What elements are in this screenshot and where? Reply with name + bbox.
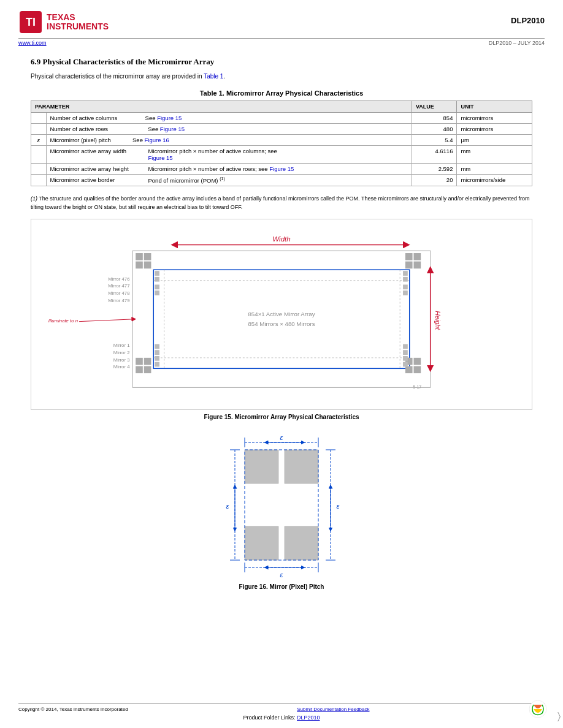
data-table: PARAMETER VALUE UNIT Number of active co… bbox=[31, 100, 532, 186]
figure15-container: Width Mirror 476 Mirror 477 Mirror 478 M… bbox=[31, 219, 532, 410]
svg-rect-30 bbox=[405, 366, 413, 374]
svg-text:ε: ε bbox=[337, 502, 340, 510]
svg-rect-32 bbox=[155, 271, 159, 276]
figure16-svg: ε ε ε ε bbox=[208, 431, 355, 578]
svg-rect-44 bbox=[403, 344, 408, 349]
svg-rect-36 bbox=[155, 344, 159, 349]
value-cell: 854 bbox=[412, 113, 457, 124]
svg-text:Mirror 2: Mirror 2 bbox=[113, 350, 130, 355]
svg-rect-23 bbox=[414, 262, 421, 269]
svg-rect-25 bbox=[144, 358, 151, 365]
unit-cell: micromirrors bbox=[457, 124, 532, 135]
desc-width: Micromirror pitch × number of active col… bbox=[148, 148, 277, 154]
param-height-label: Micromirror active array height bbox=[50, 165, 129, 172]
svg-rect-38 bbox=[155, 356, 159, 361]
footer-bottom: Product Folder Links: DLP2010 bbox=[18, 715, 545, 724]
table-row: Micromirror active array height Micromir… bbox=[31, 164, 532, 175]
figure16-title: Figure 16. Mirror (Pixel) Pitch bbox=[31, 583, 532, 590]
desc-border: Pond of micromirror (POM) bbox=[148, 177, 218, 184]
svg-text:854 Mirrors × 480 Mirrors: 854 Mirrors × 480 Mirrors bbox=[248, 321, 315, 328]
col-header-parameter: PARAMETER bbox=[31, 101, 412, 113]
svg-rect-20 bbox=[405, 253, 413, 260]
unit-cell: μm bbox=[457, 135, 532, 146]
svg-text:ε: ε bbox=[280, 571, 283, 578]
svg-rect-37 bbox=[155, 350, 159, 355]
svg-text:854×1 Active Mirror Array: 854×1 Active Mirror Array bbox=[248, 311, 315, 317]
svg-text:Mirror 4: Mirror 4 bbox=[113, 364, 130, 370]
svg-rect-35 bbox=[155, 290, 159, 295]
svg-rect-31 bbox=[414, 366, 421, 374]
svg-rect-42 bbox=[403, 285, 408, 290]
svg-text:Height: Height bbox=[434, 311, 442, 330]
sub-header: www.ti.com DLP2010 – JULY 2014 bbox=[0, 39, 563, 47]
unit-cell: mm bbox=[457, 164, 532, 175]
figure15-link-r2[interactable]: Figure 15 bbox=[160, 126, 185, 132]
svg-rect-39 bbox=[155, 362, 159, 367]
svg-rect-16 bbox=[136, 253, 143, 260]
svg-text:ε: ε bbox=[226, 502, 229, 510]
desc-prefix3: See bbox=[132, 137, 143, 143]
section-title: 6.9 Physical Characteristics of the Micr… bbox=[31, 57, 532, 67]
value-cell: 4.6116 bbox=[412, 146, 457, 164]
param-col-label: Number of active columns bbox=[50, 115, 118, 121]
yotanet-logo-icon bbox=[529, 700, 547, 718]
ti-logo: TI DLP2010 TEXAS INSTRUMENTS bbox=[18, 10, 109, 34]
table-row: ε Micromirror (pixel) pitch See Figure 1… bbox=[31, 135, 532, 146]
svg-text:Mirror 478: Mirror 478 bbox=[108, 290, 129, 296]
svg-text:5-17: 5-17 bbox=[413, 385, 422, 389]
figure16-container: ε ε ε ε bbox=[31, 431, 532, 580]
figure16-link-r3[interactable]: Figure 16 bbox=[145, 137, 169, 143]
svg-rect-26 bbox=[136, 366, 143, 374]
param-row-label: Number of active rows bbox=[50, 126, 109, 132]
svg-rect-27 bbox=[144, 366, 151, 374]
ti-company-name: DLP2010 TEXAS INSTRUMENTS bbox=[47, 13, 109, 32]
svg-rect-21 bbox=[414, 253, 421, 260]
svg-text:TI: TI bbox=[26, 16, 36, 28]
footer-divider bbox=[18, 703, 545, 703]
svg-rect-60 bbox=[285, 526, 318, 560]
product-link[interactable]: DLP2010 bbox=[297, 715, 320, 721]
page: TI DLP2010 TEXAS INSTRUMENTS DLP2010 www… bbox=[0, 0, 563, 728]
figure15-link-r1[interactable]: Figure 15 bbox=[157, 115, 182, 121]
yotanet-logo-area bbox=[529, 700, 547, 719]
svg-text:Illuminate to n: Illuminate to n bbox=[48, 318, 78, 324]
svg-rect-46 bbox=[403, 356, 408, 361]
doc-id: DLP2010 – JULY 2014 bbox=[489, 40, 545, 46]
param-pitch-label: Micromirror (pixel) pitch bbox=[50, 137, 111, 143]
value-cell: 5.4 bbox=[412, 135, 457, 146]
col-header-unit: UNIT bbox=[457, 101, 532, 113]
svg-text:Mirror 1: Mirror 1 bbox=[113, 343, 130, 349]
header: TI DLP2010 TEXAS INSTRUMENTS DLP2010 bbox=[0, 0, 563, 34]
svg-rect-29 bbox=[414, 358, 421, 365]
svg-rect-59 bbox=[245, 526, 278, 560]
svg-text:Mirror 476: Mirror 476 bbox=[108, 276, 129, 282]
footer: Copyright © 2014, Texas Instruments Inco… bbox=[0, 699, 563, 728]
unit-cell: micromirrors bbox=[457, 113, 532, 124]
svg-rect-57 bbox=[245, 450, 278, 483]
feedback-link[interactable]: Submit Documentation Feedback bbox=[297, 707, 369, 712]
svg-rect-34 bbox=[155, 285, 159, 290]
table-title: Table 1. Micromirror Array Physical Char… bbox=[31, 89, 532, 97]
svg-rect-45 bbox=[403, 350, 408, 355]
param-width-label: Micromirror active array width bbox=[50, 148, 127, 154]
svg-text:ε: ε bbox=[280, 434, 283, 441]
col-header-value: VALUE bbox=[412, 101, 457, 113]
desc-height: Micromirror pitch × number of active row… bbox=[148, 165, 268, 172]
table1-link[interactable]: Table 1 bbox=[204, 73, 223, 80]
svg-rect-33 bbox=[155, 277, 159, 282]
ti-bug-icon: TI bbox=[18, 10, 43, 34]
svg-rect-40 bbox=[403, 271, 408, 276]
copyright-text: Copyright © 2014, Texas Instruments Inco… bbox=[18, 707, 128, 712]
table-row: Number of active rows See Figure 15 480 … bbox=[31, 124, 532, 135]
value-cell: 20 bbox=[412, 175, 457, 186]
svg-rect-24 bbox=[136, 358, 143, 365]
content: 6.9 Physical Characteristics of the Micr… bbox=[0, 47, 563, 607]
desc-prefix: See bbox=[145, 115, 156, 121]
svg-rect-22 bbox=[405, 262, 413, 269]
website-link[interactable]: www.ti.com bbox=[18, 40, 47, 46]
svg-text:Mirror 3: Mirror 3 bbox=[113, 357, 130, 363]
nav-next-arrow[interactable]: 〉 bbox=[557, 711, 561, 722]
figure15-link-r5[interactable]: Figure 15 bbox=[269, 165, 294, 172]
svg-rect-17 bbox=[144, 253, 151, 260]
figure15-link-r4[interactable]: Figure 15 bbox=[148, 154, 173, 161]
